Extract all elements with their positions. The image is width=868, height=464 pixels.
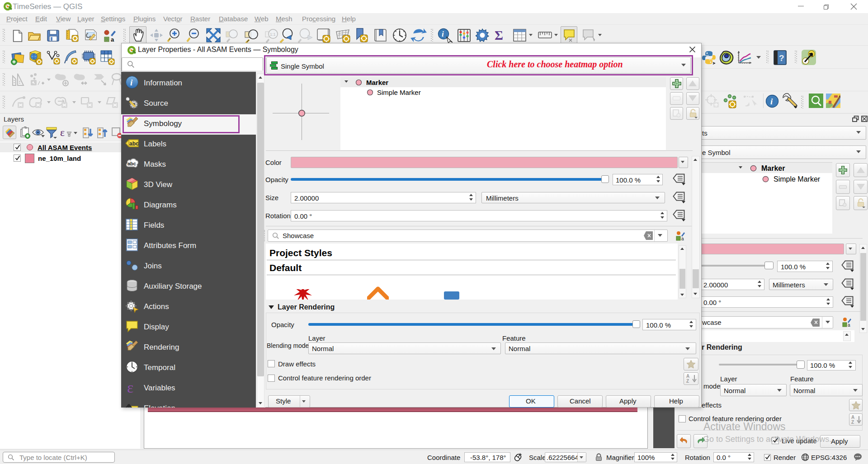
svg-text:a: a	[848, 323, 850, 327]
svg-text:i: i	[130, 78, 133, 87]
svg-text:ε: ε	[127, 380, 133, 394]
svg-text:i: i	[442, 30, 444, 38]
svg-text:a: a	[681, 236, 684, 241]
svg-text:a: a	[111, 36, 114, 42]
svg-text:abc: abc	[127, 161, 136, 166]
svg-text:1:1: 1:1	[270, 32, 276, 37]
svg-text:abc: abc	[129, 141, 139, 147]
svg-text:?: ?	[779, 53, 784, 63]
svg-text:i: i	[770, 97, 773, 106]
